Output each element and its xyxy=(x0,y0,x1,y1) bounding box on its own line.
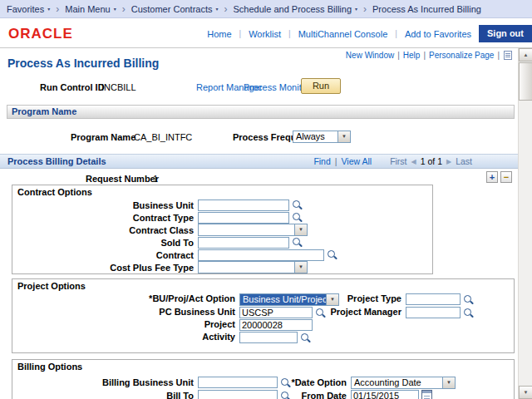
sold-to-input[interactable] xyxy=(198,237,289,249)
separator: | xyxy=(397,51,400,60)
process-frequency-select[interactable]: Always ▼ xyxy=(293,131,351,143)
first-page-button[interactable]: First xyxy=(390,156,406,166)
help-link[interactable]: Help xyxy=(403,51,421,60)
breadcrumb-current-page: Process As Incurred Billing xyxy=(372,4,481,14)
search-icon[interactable] xyxy=(327,249,337,260)
breadcrumb-separator-icon: › xyxy=(56,3,59,15)
cost-plus-fee-type-select[interactable]: ▼ xyxy=(198,261,308,273)
scrollbar-thumb[interactable] xyxy=(519,62,532,101)
peoplesoft-page: Favorites ▾ › Main Menu ▾ › Customer Con… xyxy=(0,0,532,399)
link-multichannel-console[interactable]: MultiChannel Console xyxy=(298,29,388,39)
field: Accounting Date ▼ xyxy=(351,376,456,389)
billing-options-group: Billing Options Billing Business Unit *D… xyxy=(12,359,515,399)
breadcrumb-schedule-process-billing[interactable]: Schedule and Process Billing ▾ xyxy=(234,4,358,14)
contract-class-value xyxy=(199,224,294,235)
search-icon[interactable] xyxy=(300,332,311,343)
contract-options-group: Contract Options Business Unit Contract … xyxy=(12,185,433,274)
page-indicator: 1 of 1 xyxy=(421,156,442,166)
process-monitor-link[interactable]: Process Monitor xyxy=(244,82,309,92)
search-icon[interactable] xyxy=(463,294,474,305)
copy-url-icon[interactable] xyxy=(504,51,512,60)
scroll-down-button[interactable]: ▼ xyxy=(519,386,532,399)
field xyxy=(406,293,474,306)
field xyxy=(406,306,474,319)
link-worklist[interactable]: Worklist xyxy=(249,29,281,39)
process-frequency-value: Always xyxy=(293,131,337,142)
header-links: Home | Worklist | MultiChannel Console |… xyxy=(207,25,532,42)
breadcrumb-favorites[interactable]: Favorites ▾ xyxy=(7,4,50,14)
search-icon[interactable] xyxy=(292,237,303,248)
field-row: Sold To xyxy=(12,236,429,249)
app-header: ORACLE Home | Worklist | MultiChannel Co… xyxy=(0,18,532,48)
scroll-up-icon: ▲ xyxy=(524,52,529,57)
business-unit-input[interactable] xyxy=(198,200,289,211)
scroll-up-button[interactable]: ▲ xyxy=(519,48,532,62)
bill-to-label: Bill To xyxy=(12,391,198,399)
separator: | xyxy=(239,29,242,38)
contract-input[interactable] xyxy=(198,249,324,261)
contract-class-select[interactable]: ▼ xyxy=(198,224,308,236)
breadcrumb-main-menu[interactable]: Main Menu ▾ xyxy=(65,4,116,14)
add-row-button[interactable]: + xyxy=(486,171,498,183)
link-add-to-favorites[interactable]: Add to Favorites xyxy=(405,29,471,39)
activity-input[interactable] xyxy=(239,332,298,343)
chevron-down-icon: ▼ xyxy=(442,377,455,388)
contract-label: Contract xyxy=(12,250,198,260)
new-window-link[interactable]: New Window xyxy=(346,51,394,60)
personalize-page-link[interactable]: Personalize Page xyxy=(429,51,494,60)
project-type-input[interactable] xyxy=(406,293,461,305)
project-input[interactable] xyxy=(239,319,313,331)
next-page-icon[interactable]: ▶ xyxy=(446,158,451,165)
row-action-buttons: + − xyxy=(486,171,512,183)
chevron-down-icon: ▾ xyxy=(47,6,50,12)
find-link[interactable]: Find xyxy=(313,156,330,166)
breadcrumb-customer-contracts[interactable]: Customer Contracts ▾ xyxy=(131,4,219,14)
field-rows: Business Unit Contract Type Contract Cla… xyxy=(12,199,429,273)
breadcrumb-separator-icon: › xyxy=(363,3,367,15)
bu-proj-act-option-label: *BU/Proj/Act Option xyxy=(12,293,239,303)
delete-row-button[interactable]: − xyxy=(500,171,512,183)
run-button[interactable]: Run xyxy=(301,78,341,94)
search-icon[interactable] xyxy=(463,308,474,318)
business-unit-label: Business Unit xyxy=(12,200,198,210)
pc-business-unit-label: PC Business Unit xyxy=(12,307,239,317)
from-date-input[interactable] xyxy=(351,390,419,399)
page-title: Process As Incurred Billing xyxy=(7,57,159,70)
search-icon[interactable] xyxy=(292,212,303,223)
chevron-down-icon: ▼ xyxy=(337,131,350,142)
project-label: Project xyxy=(12,319,239,329)
field xyxy=(239,318,313,332)
search-icon[interactable] xyxy=(292,200,303,210)
last-page-button[interactable]: Last xyxy=(456,156,472,166)
separator: | xyxy=(288,29,291,38)
sold-to-label: Sold To xyxy=(12,238,198,248)
project-manager-label: Project Manager xyxy=(295,307,406,317)
sign-out-button[interactable]: Sign out xyxy=(479,25,532,42)
view-all-link[interactable]: View All xyxy=(342,156,372,166)
previous-page-icon[interactable]: ◀ xyxy=(411,158,416,165)
chevron-down-icon: ▾ xyxy=(355,6,357,12)
project-options-group: Project Options *BU/Proj/Act Option Busi… xyxy=(12,278,515,353)
date-option-label: *Date Option xyxy=(245,377,351,387)
link-home[interactable]: Home xyxy=(207,29,231,39)
project-type-label: Project Type xyxy=(295,293,406,303)
separator: | xyxy=(497,51,500,60)
cost-plus-fee-type-label: Cost Plus Fee Type xyxy=(12,263,198,273)
group-title: Billing Options xyxy=(17,362,82,372)
field xyxy=(351,389,432,399)
cost-plus-fee-type-value xyxy=(199,262,294,273)
vertical-scrollbar[interactable]: ▲ ▼ xyxy=(518,48,532,399)
group-title: Project Options xyxy=(17,281,86,291)
calendar-icon[interactable] xyxy=(421,390,432,399)
breadcrumb-label: Process As Incurred Billing xyxy=(372,4,481,14)
section-title: Process Billing Details xyxy=(7,156,106,166)
field xyxy=(239,331,311,344)
field-row: Contract Type xyxy=(12,211,429,224)
chevron-down-icon: ▾ xyxy=(114,6,116,12)
breadcrumb: Favorites ▾ › Main Menu ▾ › Customer Con… xyxy=(0,0,532,18)
project-manager-input[interactable] xyxy=(406,307,461,318)
contract-type-input[interactable] xyxy=(198,212,289,224)
separator: | xyxy=(395,29,397,38)
date-option-select[interactable]: Accounting Date ▼ xyxy=(351,377,456,389)
page-utility-links: New Window | Help | Personalize Page | xyxy=(346,51,512,60)
